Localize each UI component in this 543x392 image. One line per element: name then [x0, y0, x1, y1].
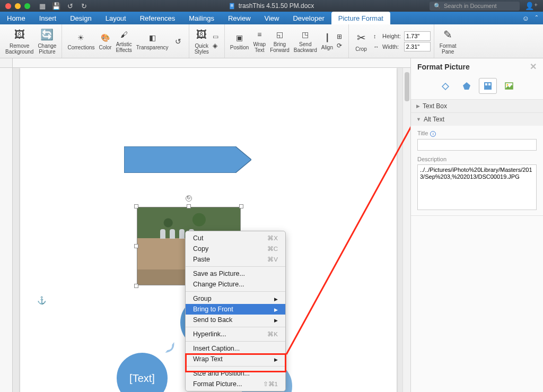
- undo-icon[interactable]: ↺: [66, 2, 74, 10]
- tab-picture-format[interactable]: Picture Format: [331, 12, 390, 24]
- menu-item-insert-caption[interactable]: Insert Caption...: [186, 343, 285, 354]
- menu-item-cut[interactable]: Cut⌘X: [186, 233, 285, 243]
- position-button[interactable]: ▣Position: [228, 32, 251, 50]
- change-picture-button[interactable]: 🔄ChangePicture: [36, 28, 58, 55]
- redo-icon[interactable]: ↻: [80, 2, 88, 10]
- menu-item-copy[interactable]: Copy⌘C: [186, 243, 285, 254]
- artistic-effects-button[interactable]: 🖌ArtisticEffects: [113, 29, 134, 53]
- menu-item-paste[interactable]: Paste⌘V: [186, 254, 285, 265]
- smartart-arrow-icon: [157, 335, 182, 360]
- section-alttext-header[interactable]: ▼Alt Text: [411, 113, 543, 126]
- resize-handle[interactable]: [187, 204, 191, 208]
- account-smiley-icon[interactable]: ☺: [522, 14, 529, 22]
- alttext-title-input[interactable]: [417, 139, 537, 151]
- format-pane-button[interactable]: ✎FormatPane: [437, 28, 459, 55]
- rotate-handle[interactable]: [186, 195, 192, 202]
- svg-marker-6: [463, 82, 470, 90]
- tab-mailings[interactable]: Mailings: [182, 12, 221, 24]
- resize-handle[interactable]: [134, 204, 138, 208]
- save-icon[interactable]: 💾: [52, 2, 60, 10]
- pane-tab-effects[interactable]: [458, 78, 476, 94]
- section-textbox-header[interactable]: ▶Text Box: [411, 100, 543, 112]
- arrow-shape[interactable]: [124, 146, 251, 173]
- group-icon[interactable]: ⊞: [337, 33, 345, 40]
- align-icon: ┃: [322, 32, 332, 43]
- bring-forward-button[interactable]: ◱BringForward: [268, 29, 292, 53]
- format-picture-pane: Format Picture ✕ ▶Text Box ▼Alt Text Tit…: [410, 58, 543, 392]
- tab-layout[interactable]: Layout: [99, 12, 133, 24]
- remove-background-button[interactable]: 🖼RemoveBackground: [3, 28, 36, 55]
- horizontal-ruler[interactable]: [13, 58, 410, 68]
- svg-rect-3: [231, 6, 233, 6]
- tab-references[interactable]: References: [133, 12, 182, 24]
- pane-tabs: [411, 75, 543, 100]
- pane-tab-layout[interactable]: [479, 78, 497, 94]
- svg-rect-1: [231, 4, 233, 5]
- menu-item-hyperlink[interactable]: Hyperlink...⌘K: [186, 329, 285, 339]
- tab-design[interactable]: Design: [63, 12, 98, 24]
- width-label: Width:: [382, 43, 401, 50]
- tab-developer[interactable]: Developer: [286, 12, 331, 24]
- picture-effects-icon[interactable]: ◈: [213, 42, 221, 49]
- picture-border-icon[interactable]: ▭: [213, 33, 221, 40]
- pane-tab-fill[interactable]: [436, 78, 454, 94]
- bring-forward-icon: ◱: [275, 29, 285, 40]
- height-input[interactable]: [404, 31, 431, 41]
- annotation-highlight-box: [185, 353, 286, 372]
- filename-label: trashThis 4.51.50 PM.docx: [239, 2, 314, 10]
- width-input[interactable]: [404, 42, 431, 51]
- alttext-description-input[interactable]: [417, 164, 537, 210]
- ribbon-toolbar: 🖼RemoveBackground 🔄ChangePicture ☀Correc…: [0, 24, 543, 58]
- resize-handle[interactable]: [239, 204, 243, 208]
- align-button[interactable]: ┃Align: [319, 32, 335, 50]
- chevron-right-icon: ▶: [416, 103, 420, 109]
- svg-rect-2: [231, 5, 233, 5]
- wrap-text-button[interactable]: ≡WrapText: [251, 29, 268, 53]
- share-icon[interactable]: 👤⁺: [525, 2, 538, 10]
- menu-item-bring-to-front[interactable]: Bring to Front: [186, 304, 285, 315]
- menu-item-send-to-back[interactable]: Send to Back: [186, 315, 285, 325]
- crop-icon: ✂: [354, 31, 368, 45]
- crop-button[interactable]: ✂Crop: [352, 31, 370, 52]
- tab-view[interactable]: View: [258, 12, 286, 24]
- height-label: Height:: [382, 33, 401, 39]
- menu-item-format-picture[interactable]: Format Picture...⇧⌘1: [186, 379, 285, 389]
- menu-item-save-as-picture[interactable]: Save as Picture...: [186, 268, 285, 279]
- document-icon: [229, 3, 236, 10]
- info-icon[interactable]: i: [430, 131, 436, 137]
- height-icon: ↕: [373, 33, 379, 39]
- collapse-ribbon-icon[interactable]: ˆ: [536, 14, 538, 22]
- brightness-icon: ☀: [76, 32, 86, 43]
- pane-tab-picture[interactable]: [500, 78, 518, 94]
- maximize-window-button[interactable]: [24, 3, 30, 9]
- pane-title: Format Picture: [417, 63, 470, 71]
- resize-handle[interactable]: [134, 244, 138, 248]
- transparency-button[interactable]: ◧Transparency: [134, 32, 171, 50]
- rotate-icon[interactable]: ⟳: [337, 42, 345, 49]
- search-input[interactable]: 🔍 Search in Document: [430, 2, 520, 11]
- send-backward-button[interactable]: ◳SendBackward: [292, 29, 319, 53]
- corrections-button[interactable]: ☀Corrections: [65, 32, 97, 50]
- reset-picture-button[interactable]: ↺: [171, 36, 186, 47]
- window-controls: [0, 3, 30, 9]
- minimize-window-button[interactable]: [15, 3, 21, 9]
- tab-review[interactable]: Review: [221, 12, 258, 24]
- tab-home[interactable]: Home: [0, 12, 32, 24]
- layout-icon[interactable]: ▦: [38, 2, 47, 10]
- document-title: trashThis 4.51.50 PM.docx: [229, 2, 314, 10]
- layout-props-icon: [483, 81, 493, 91]
- smartart-node[interactable]: [Text]: [116, 352, 169, 392]
- color-button[interactable]: 🎨Color: [97, 32, 114, 50]
- resize-handle[interactable]: [134, 284, 138, 288]
- quick-styles-button[interactable]: 🖼QuickStyles: [192, 28, 211, 55]
- artistic-icon: 🖌: [119, 29, 129, 40]
- close-pane-button[interactable]: ✕: [530, 62, 537, 72]
- vertical-ruler[interactable]: [0, 68, 13, 392]
- tab-insert[interactable]: Insert: [32, 12, 64, 24]
- ruler-corner: [0, 58, 13, 68]
- scrollbar-thumb[interactable]: [405, 72, 409, 101]
- menu-item-change-picture[interactable]: Change Picture...: [186, 279, 285, 290]
- vertical-scrollbar[interactable]: [402, 68, 410, 392]
- close-window-button[interactable]: [5, 3, 11, 9]
- menu-item-group[interactable]: Group: [186, 293, 285, 304]
